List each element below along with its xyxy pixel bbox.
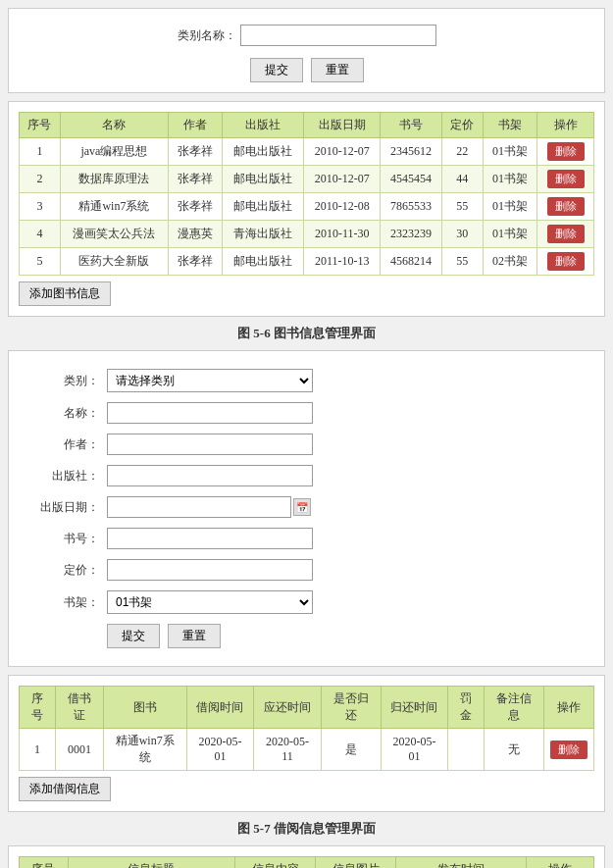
notice-col-image: 信息图片 (316, 857, 396, 869)
category-submit-button[interactable]: 提交 (250, 58, 303, 82)
notice-table: 序号 信息标题 信息内容 信息图片 发布时间 操作 1 测试测试帅帅 查看内容 … (19, 856, 594, 868)
cell-name: 数据库原理法 (60, 166, 168, 193)
cell-isbn: 7865533 (381, 193, 441, 221)
cell-action[interactable]: 删除 (537, 193, 594, 221)
cell-shelf: 01书架 (483, 221, 537, 248)
category-reset-button[interactable]: 重置 (311, 58, 364, 82)
cell-shelf: 02书架 (483, 248, 537, 276)
cell-note: 无 (485, 729, 544, 771)
borrow-col-card: 借书证 (55, 687, 103, 729)
category-field-label: 类别： (38, 373, 107, 389)
borrow-col-id: 序号 (20, 687, 56, 729)
publisher-input[interactable] (107, 465, 313, 486)
isbn-input[interactable] (107, 528, 313, 549)
book-table-caption: 图 5-6 图书信息管理界面 (0, 325, 613, 342)
cell-author: 漫惠英 (168, 221, 223, 248)
borrow-col-fine: 罚金 (448, 687, 485, 729)
cell-price: 30 (441, 221, 483, 248)
cell-action[interactable]: 删除 (544, 729, 594, 771)
cell-action[interactable]: 删除 (537, 221, 594, 248)
delete-book-button[interactable]: 删除 (547, 225, 585, 243)
cell-shelf: 01书架 (483, 166, 537, 193)
date-field-label: 出版日期： (38, 499, 107, 516)
col-header-publisher: 出版社 (223, 113, 304, 138)
col-header-action: 操作 (537, 113, 594, 138)
cell-date: 2010-12-07 (304, 166, 381, 193)
cell-price: 55 (441, 193, 483, 221)
cell-isbn: 4545454 (381, 166, 441, 193)
cell-author: 张孝祥 (168, 138, 223, 166)
cell-returned: 是 (321, 729, 381, 771)
cell-publisher: 青海出版社 (223, 221, 304, 248)
notice-col-content: 信息内容 (235, 857, 316, 869)
cell-fine (448, 729, 485, 771)
book-form-submit-button[interactable]: 提交 (107, 624, 160, 648)
cell-id: 2 (20, 166, 61, 193)
cell-id: 4 (20, 221, 61, 248)
shelf-field-label: 书架： (38, 594, 107, 611)
cell-name: 漫画笑太公兵法 (60, 221, 168, 248)
notice-col-action: 操作 (527, 857, 594, 869)
delete-book-button[interactable]: 删除 (547, 142, 585, 161)
price-field-label: 定价： (38, 562, 107, 579)
cell-price: 44 (441, 166, 483, 193)
cell-date: 2011-10-13 (304, 248, 381, 276)
cell-publisher: 邮电出版社 (223, 193, 304, 221)
cell-price: 55 (441, 248, 483, 276)
publisher-field-label: 出版社： (38, 468, 107, 485)
author-input[interactable] (107, 434, 313, 455)
date-input[interactable] (107, 496, 291, 518)
isbn-field-label: 书号： (38, 531, 107, 547)
cell-id: 5 (20, 248, 61, 276)
book-table: 序号 名称 作者 出版社 出版日期 书号 定价 书架 操作 1 java编程思想… (19, 112, 594, 276)
cell-publisher: 邮电出版社 (223, 138, 304, 166)
cell-author: 张孝祥 (168, 193, 223, 221)
cell-price: 22 (441, 138, 483, 166)
category-name-input[interactable] (240, 25, 436, 46)
borrow-col-note: 备注信息 (485, 687, 544, 729)
cell-card: 0001 (55, 729, 103, 771)
borrow-col-borrow-date: 借阅时间 (186, 687, 254, 729)
table-row: 2 数据库原理法 张孝祥 邮电出版社 2010-12-07 4545454 44… (20, 166, 594, 193)
delete-book-button[interactable]: 删除 (547, 252, 585, 271)
cell-shelf: 01书架 (483, 193, 537, 221)
author-field-label: 作者： (38, 436, 107, 453)
shelf-select[interactable]: 01书架 02书架 (107, 590, 313, 614)
cell-action[interactable]: 删除 (537, 248, 594, 276)
cell-action[interactable]: 删除 (537, 166, 594, 193)
notice-col-time: 发布时间 (396, 857, 527, 869)
borrow-table-caption: 图 5-7 借阅信息管理界面 (0, 820, 613, 838)
name-input[interactable] (107, 402, 313, 424)
price-input[interactable] (107, 559, 313, 581)
table-row: 1 0001 精通win7系统 2020-05-01 2020-05-11 是 … (20, 729, 594, 771)
delete-borrow-button[interactable]: 删除 (550, 740, 587, 759)
cell-due-date: 2020-05-11 (254, 729, 321, 771)
col-header-price: 定价 (441, 113, 483, 138)
borrow-col-returned: 是否归还 (321, 687, 381, 729)
cell-date: 2010-12-08 (304, 193, 381, 221)
col-header-name: 名称 (60, 113, 168, 138)
add-borrow-button[interactable]: 添加借阅信息 (19, 777, 111, 801)
delete-book-button[interactable]: 删除 (547, 170, 585, 188)
add-book-button[interactable]: 添加图书信息 (19, 281, 111, 306)
cell-date: 2010-11-30 (304, 221, 381, 248)
cell-author: 张孝祥 (168, 248, 223, 276)
borrow-col-book: 图书 (103, 687, 186, 729)
notice-col-title: 信息标题 (68, 857, 235, 869)
cell-name: 医药大全新版 (60, 248, 168, 276)
col-header-isbn: 书号 (381, 113, 441, 138)
cell-action[interactable]: 删除 (537, 138, 594, 166)
delete-book-button[interactable]: 删除 (547, 197, 585, 216)
col-header-author: 作者 (168, 113, 223, 138)
cell-name: 精通win7系统 (60, 193, 168, 221)
cell-author: 张孝祥 (168, 166, 223, 193)
book-form-reset-button[interactable]: 重置 (168, 624, 221, 648)
cell-isbn: 2345612 (381, 138, 441, 166)
table-row: 4 漫画笑太公兵法 漫惠英 青海出版社 2010-11-30 2323239 3… (20, 221, 594, 248)
col-header-date: 出版日期 (304, 113, 381, 138)
cell-book: 精通win7系统 (103, 729, 186, 771)
cell-borrow-date: 2020-05-01 (186, 729, 254, 771)
category-select[interactable]: 请选择类别 (107, 369, 313, 392)
cell-isbn: 4568214 (381, 248, 441, 276)
calendar-icon[interactable]: 📅 (293, 498, 311, 516)
